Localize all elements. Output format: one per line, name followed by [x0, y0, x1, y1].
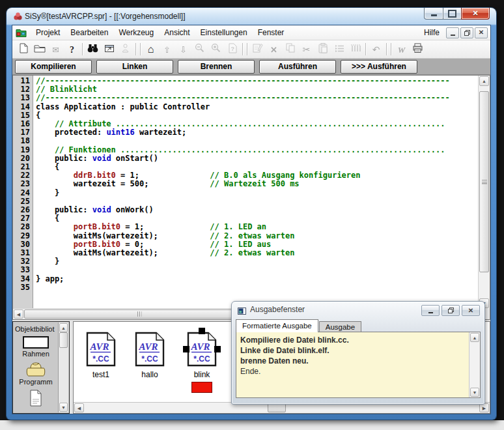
output-close-button[interactable]: ✕ — [462, 305, 480, 316]
mdi-minimize-button[interactable] — [446, 27, 459, 38]
library-item-programm[interactable]: Programm — [13, 362, 59, 386]
scroll-down-arrow[interactable]: ▼ — [59, 403, 68, 412]
toolbar-print-button[interactable] — [410, 42, 426, 57]
code-editor[interactable]: 1112131415161718192021222324252627282930… — [12, 75, 490, 320]
button-kompilieren[interactable]: Kompilieren — [15, 60, 92, 74]
mail-icon: ✉ — [52, 44, 59, 55]
toolbar-separator — [391, 43, 391, 55]
title-bar[interactable]: SiSy®[testAVRCPP.spr] - [[:Vorgehensmode… — [7, 8, 496, 25]
tab-formatierte-ausgabe[interactable]: Formatierte Ausgabe — [236, 319, 318, 332]
new-file-icon — [19, 43, 28, 56]
toolbar-undo-button: ↶ — [368, 42, 384, 57]
toolbar: ✉?⌂⇧⇩?✕✂↶W — [12, 40, 490, 59]
menu-projekt[interactable]: Projekt — [31, 26, 65, 39]
toolbar-new-file-button[interactable] — [15, 42, 31, 57]
output-line: Ende. — [240, 366, 466, 377]
shape-hallo[interactable]: AVR*.CChallo — [129, 327, 171, 379]
menu-bearbeiten[interactable]: Bearbeiten — [65, 26, 113, 39]
output-vertical-scrollbar[interactable]: ▲ ▼ — [469, 332, 480, 397]
object-library-scrollbar[interactable]: ▲ ▼ — [58, 322, 68, 412]
toolbar-open-folder-button[interactable] — [31, 42, 48, 57]
code-line: waitMs(wartezeit); // 2. etwas warten — [36, 249, 479, 257]
menu-right: Hilfe ✕ — [419, 26, 490, 39]
window-title: SiSy®[testAVRCPP.spr] - [[:Vorgehensmode… — [25, 12, 186, 21]
code-text[interactable]: //--------------------------------------… — [33, 76, 479, 309]
edit-properties-icon — [253, 43, 263, 55]
selection-handle[interactable] — [183, 346, 189, 352]
toolbar-search-binoculars-button[interactable] — [85, 42, 101, 57]
line-number: 13 — [13, 94, 33, 102]
svg-text:?: ? — [231, 46, 234, 52]
scroll-thumb[interactable] — [268, 403, 286, 412]
output-line: brenne Daten neu. — [240, 356, 466, 366]
window-close-button[interactable]: ✕ — [461, 8, 490, 20]
menu-ansicht[interactable]: Ansicht — [159, 26, 195, 39]
line-number: 14 — [13, 103, 33, 111]
menu-werkzeug[interactable]: Werkzeug — [113, 26, 159, 39]
line-number: 23 — [13, 180, 33, 188]
code-line: public: void onStart() — [36, 154, 479, 163]
toolbar-separator — [242, 43, 243, 55]
shape-test1[interactable]: AVR*.CCtest1 — [80, 327, 122, 379]
toolbar-separator — [82, 43, 83, 55]
scroll-thumb[interactable] — [479, 91, 489, 272]
code-line: //--------------------------------------… — [36, 77, 479, 85]
scroll-up-arrow[interactable]: ▲ — [479, 76, 489, 86]
scroll-down-arrow[interactable]: ▼ — [470, 388, 479, 397]
line-number: 29 — [13, 232, 33, 240]
toolbar-person-button — [117, 42, 133, 57]
menu-hilfe[interactable]: Hilfe — [419, 26, 445, 39]
shape-blink[interactable]: AVR*.CCblink — [181, 327, 223, 393]
scroll-up-arrow[interactable]: ▲ — [59, 323, 68, 332]
window-minimize-button[interactable] — [424, 8, 443, 20]
mdi-restore-button[interactable] — [460, 27, 473, 38]
toolbar-help-button[interactable]: ? — [64, 42, 80, 57]
sisy-app-icon — [13, 12, 23, 21]
scroll-right-arrow[interactable]: ▶ — [479, 403, 489, 412]
scroll-left-arrow[interactable]: ◀ — [74, 403, 84, 412]
toolbar-edit-properties-button — [249, 42, 266, 57]
line-number-gutter: 1112131415161718192021222324252627282930… — [13, 76, 33, 309]
minimize-icon — [428, 312, 433, 313]
button-ausführen[interactable]: Ausführen — [259, 60, 336, 74]
selection-handle[interactable] — [214, 346, 221, 352]
output-minimize-button[interactable] — [421, 305, 440, 316]
toolbar-home-button[interactable]: ⌂ — [143, 42, 159, 57]
editor-vertical-scrollbar[interactable]: ▲ ▼ — [478, 76, 490, 309]
scroll-thumb[interactable] — [24, 309, 255, 319]
library-item-document[interactable] — [13, 390, 59, 407]
library-item-rahmen[interactable]: Rahmen — [13, 336, 59, 358]
line-number: 18 — [13, 137, 33, 145]
toolbar-open-window-button[interactable] — [101, 42, 117, 57]
tab-ausgabe[interactable]: Ausgabe — [319, 321, 361, 332]
mdi-close-button[interactable]: ✕ — [475, 27, 488, 38]
project-folder-icon[interactable] — [16, 28, 27, 37]
avr-file-icon: AVR*.CC — [187, 332, 217, 369]
output-window-titlebar[interactable]: Ausgabefenster ✕ — [232, 302, 484, 317]
window-maximize-button[interactable] — [443, 8, 461, 20]
menu-einstellungen[interactable]: Einstellungen — [195, 26, 253, 39]
output-restore-button[interactable] — [441, 305, 460, 316]
selection-handle[interactable] — [199, 328, 205, 334]
button-linken[interactable]: Linken — [96, 60, 173, 74]
scroll-thumb[interactable] — [59, 332, 68, 348]
library-item-label: Rahmen — [13, 350, 59, 358]
menu-fenster[interactable]: Fenster — [253, 26, 290, 39]
button->>>-ausführen[interactable]: >>> Ausführen — [341, 60, 417, 74]
line-number: 33 — [13, 266, 33, 274]
thumb-grip — [137, 311, 142, 317]
line-number: 35 — [13, 283, 33, 292]
menu-items: ProjektBearbeitenWerkzeugAnsichtEinstell… — [31, 26, 289, 39]
svg-text:*.CC: *.CC — [193, 354, 210, 364]
document-help-icon: ? — [228, 43, 237, 56]
scroll-left-arrow[interactable]: ◀ — [14, 309, 23, 319]
button-brennen[interactable]: Brennen — [178, 60, 255, 74]
frame-icon — [13, 336, 59, 349]
home-icon: ⌂ — [148, 44, 154, 55]
toolbar-paste-button — [315, 42, 331, 57]
scroll-up-arrow[interactable]: ▲ — [470, 333, 479, 342]
restore-icon — [448, 308, 454, 313]
desktop-floor — [0, 420, 504, 430]
svg-text:AVR: AVR — [139, 341, 158, 352]
open-folder-icon — [34, 44, 46, 55]
